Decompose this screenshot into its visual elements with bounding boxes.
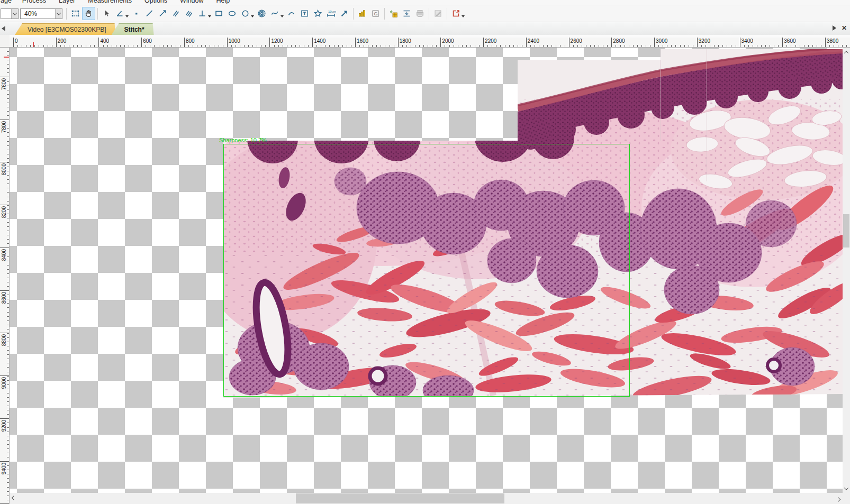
menu-item-layer[interactable]: Layer (59, 0, 75, 5)
toolbar: 40% (0, 5, 850, 22)
tab-scroll-left-button[interactable] (2, 25, 7, 32)
exposure-button[interactable] (400, 7, 413, 20)
ruler-major-tick (0, 120, 10, 120)
tab-stitch[interactable]: Stitch* (112, 23, 154, 35)
ruler-label: 1400 (314, 38, 325, 44)
line-tool[interactable] (143, 7, 156, 20)
ruler-label: 800 (186, 38, 195, 44)
ruler-major-tick (56, 38, 57, 48)
ruler-label: 2000 (442, 38, 454, 44)
scroll-right-button[interactable] (834, 493, 843, 504)
menu-item-measurements[interactable]: Measurements (88, 0, 132, 5)
chevron-down-icon[interactable] (11, 9, 18, 19)
angle-tool[interactable] (113, 7, 126, 20)
parallel-lines-tool[interactable] (169, 7, 183, 20)
export-button[interactable] (449, 7, 463, 20)
ruler-label: 8200 (1, 206, 7, 218)
ruler-major-tick (141, 38, 142, 48)
chevron-down-icon[interactable] (251, 15, 254, 17)
ruler-label: 3800 (827, 38, 838, 44)
horizontal-scrollbar-thumb[interactable] (296, 493, 504, 503)
curve-tool[interactable] (268, 7, 282, 20)
chevron-left-icon (12, 496, 16, 500)
ellipse-tool[interactable] (225, 7, 239, 20)
ruler-position-marker-h (33, 42, 34, 47)
menu-bar: ageProcessLayerMeasurementsOptionsWindow… (0, 0, 850, 5)
ruler-label: 1000 (229, 38, 240, 44)
ruler-major-tick (569, 38, 569, 48)
ruler-label: 8800 (1, 334, 7, 346)
ruler-major-tick (0, 77, 10, 77)
scroll-left-button[interactable] (10, 493, 18, 504)
perpendicular-tool[interactable] (196, 7, 209, 20)
ruler-label: 9200 (1, 420, 7, 432)
ruler-label: 1800 (400, 38, 411, 44)
arc-tool[interactable] (285, 7, 298, 20)
rectangle-tool[interactable] (212, 7, 225, 20)
menu-item-options[interactable]: Options (144, 0, 167, 5)
circle-tool[interactable] (239, 7, 252, 20)
ruler-major-tick (611, 38, 612, 48)
vertical-scrollbar[interactable] (843, 48, 850, 493)
histogram-button[interactable] (356, 7, 369, 20)
close-tab-button[interactable]: ✕ (842, 25, 847, 31)
arrow-line-tool[interactable] (156, 7, 169, 20)
ruler-major-tick (184, 38, 185, 48)
chevron-down-icon[interactable] (55, 9, 62, 19)
toolbar-separator (384, 8, 385, 20)
triangle-right-icon (833, 25, 836, 31)
ruler-label: 2200 (485, 38, 496, 44)
crop-select-tool[interactable] (69, 7, 82, 20)
horizontal-scrollbar[interactable] (10, 493, 843, 504)
pointer-tool[interactable] (100, 7, 113, 20)
zoom-level-combobox[interactable]: 40% (20, 8, 62, 19)
menu-item-window[interactable]: Window (180, 0, 203, 5)
edit-button (431, 7, 445, 20)
ruler-label: 7800 (1, 121, 7, 133)
ruler-position-marker-v (4, 57, 9, 58)
tab-scroll-right-button[interactable] (833, 25, 836, 31)
chevron-down-icon[interactable] (462, 15, 465, 17)
print-button (413, 7, 427, 20)
ruler-label: 7600 (1, 78, 7, 90)
ruler-major-tick (0, 248, 10, 248)
ruler-major-tick (740, 38, 740, 48)
scroll-down-button[interactable] (843, 484, 850, 493)
ruler-major-tick (13, 38, 14, 48)
chevron-down-icon[interactable] (281, 15, 284, 17)
stitch-button[interactable] (387, 7, 400, 20)
north-east-arrow-tool[interactable] (338, 7, 351, 20)
scrollbar-corner (843, 493, 850, 504)
stitch-selection-rectangle[interactable] (223, 144, 630, 397)
ruler-major-tick (0, 205, 10, 205)
ruler-label: 3200 (699, 38, 710, 44)
svg-text:G: G (374, 11, 378, 16)
menu-item-image[interactable]: age (1, 0, 12, 5)
scroll-up-button[interactable] (843, 48, 850, 57)
ruler-label: 3000 (656, 38, 667, 44)
menu-item-process[interactable]: Process (22, 0, 46, 5)
star-tool[interactable] (311, 7, 324, 20)
menu-item-help[interactable]: Help (216, 0, 230, 5)
text-tool[interactable] (298, 7, 311, 20)
ruler-major-tick (654, 38, 655, 48)
vertical-scrollbar-thumb[interactable] (843, 214, 849, 248)
point-tool[interactable] (130, 7, 143, 20)
chevron-down-icon[interactable] (208, 15, 211, 17)
tab-video-label: Video [E3CMOS02300KPB] (28, 26, 106, 33)
pan-hand-tool[interactable] (82, 7, 95, 20)
canvas-viewport[interactable]: Sharpness: 10.7% (10, 48, 843, 493)
ruler-label: 600 (143, 38, 152, 44)
chevron-down-icon[interactable] (125, 15, 129, 17)
ruler-label: 2400 (528, 38, 539, 44)
vertical-ruler: 7600780080008200840086008800900092009400… (0, 48, 10, 504)
camera-combobox[interactable] (1, 8, 19, 19)
gray-balance-button[interactable]: G (369, 7, 382, 20)
ruler-major-tick (355, 38, 356, 48)
scale-bar-tool[interactable]: 10μm (324, 7, 338, 20)
tab-video[interactable]: Video [E3CMOS02300KPB] (15, 23, 116, 35)
toolbar-separator (447, 8, 447, 20)
concentric-circles-tool[interactable] (255, 7, 268, 20)
hatch-lines-tool[interactable] (183, 7, 196, 20)
ruler-major-tick (697, 38, 698, 48)
